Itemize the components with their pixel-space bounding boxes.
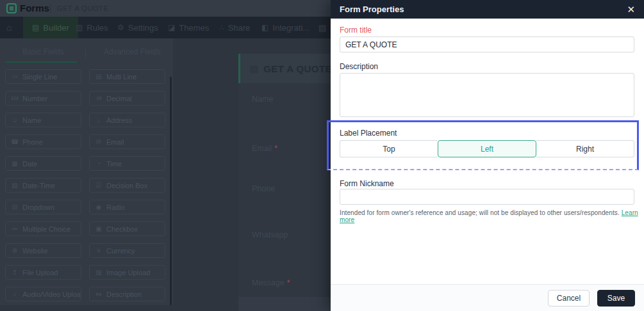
builder-icon: ▤ [32, 23, 39, 32]
home-icon[interactable]: ⌂ [6, 17, 12, 38]
field-label: Time [106, 160, 122, 168]
required-asterisk: * [287, 278, 290, 287]
nav-tab-label: Integrati... [272, 23, 310, 33]
modal-header: Form Properties ✕ [331, 0, 644, 19]
label-placement-segmented-control: Top Left Right [340, 140, 634, 157]
dropdown-icon: ⊟ [10, 203, 19, 211]
number-icon: 123 [10, 96, 19, 100]
cancel-button[interactable]: Cancel [548, 290, 590, 307]
email-icon: ✉ [94, 138, 103, 145]
themes-icon: ◪ [168, 23, 175, 32]
nav-tab-builder[interactable]: ▤ Builder [23, 17, 78, 38]
field-label: Audio/Video Upload [22, 291, 81, 298]
field-checkbox[interactable]: ▣Checkbox [89, 221, 165, 236]
modal-title: Form Properties [340, 4, 627, 14]
tab-advanced-fields[interactable]: Advanced Fields [104, 47, 161, 56]
nav-tab-label: Share [228, 23, 251, 33]
clock-icon: ◔ [94, 160, 103, 167]
globe-icon: ⊕ [10, 247, 19, 254]
nav-tab-label: Rules [87, 23, 108, 33]
field-label: Date [22, 160, 37, 168]
nav-tab-label: Themes [179, 23, 209, 33]
preview-field-whatsapp: Whatsapp [252, 230, 290, 239]
field-label: Date-Time [22, 182, 55, 189]
active-tab-underline [5, 61, 77, 63]
field-label: Address [106, 116, 132, 124]
field-radio[interactable]: ◉Radio [89, 200, 165, 214]
rules-icon: ▥ [76, 23, 83, 32]
field-currency[interactable]: ¤Currency [89, 243, 165, 258]
nav-tab-themes[interactable]: ◪ Themes [168, 17, 209, 38]
app-window: ≣ Forms GET A QUOTE ⌂ ▤ Builder ▥ Rules … [0, 0, 644, 311]
calendar-icon: ▦ [10, 160, 19, 167]
field-phone[interactable]: ☎Phone [5, 134, 81, 149]
field-label: Number [22, 95, 47, 102]
form-title-input[interactable] [340, 36, 634, 52]
tab-basic-fields[interactable]: Basic Fields [22, 47, 64, 56]
close-icon[interactable]: ✕ [627, 4, 635, 14]
multiple-choice-icon: ≔ [10, 225, 19, 232]
field-description[interactable]: AaDescription [89, 287, 165, 301]
field-dropdown[interactable]: ⊟Dropdown [5, 200, 81, 214]
required-asterisk: * [274, 144, 277, 153]
multi-line-icon: ▤ [94, 73, 103, 80]
nav-tab-settings[interactable]: ⚙ Settings [117, 17, 158, 38]
field-label: Website [22, 247, 48, 255]
placement-left-button[interactable]: Left [438, 140, 536, 157]
field-label: File Upload [22, 269, 58, 276]
nav-tab-integrations[interactable]: ◧ Integrati... [261, 17, 310, 38]
share-icon: ∴ [219, 23, 224, 32]
field-email[interactable]: ✉Email [89, 134, 165, 149]
file-upload-icon: ↥ [10, 269, 19, 276]
placement-top-button[interactable]: Top [340, 140, 438, 157]
description-textarea[interactable] [340, 73, 634, 117]
field-label: Multiple Choice [22, 225, 70, 233]
modal-footer: Cancel Save [331, 284, 644, 311]
nav-tab-share[interactable]: ∴ Share [219, 17, 250, 38]
field-label: Multi Line [106, 73, 136, 81]
save-button[interactable]: Save [597, 290, 635, 307]
audio-video-icon: ♪ [10, 291, 19, 298]
field-image-upload[interactable]: ▨Image Upload [89, 265, 165, 280]
nav-overflow-icon[interactable]: ▤ [318, 17, 326, 38]
field-file-upload[interactable]: ↥File Upload [5, 265, 81, 280]
label-placement-label: Label Placement [340, 129, 397, 138]
form-nickname-input[interactable] [340, 189, 634, 205]
form-document-icon: ▤ [250, 63, 258, 74]
field-number[interactable]: 123Number [5, 91, 81, 106]
placement-right-button[interactable]: Right [536, 140, 634, 157]
field-address[interactable]: ⌂Address [89, 113, 165, 127]
field-date-time[interactable]: ▧Date-Time [5, 178, 81, 193]
field-time[interactable]: ◔Time [89, 156, 165, 171]
field-audio-video-upload[interactable]: ♪Audio/Video Upload [5, 287, 81, 301]
field-label: Dropdown [22, 203, 54, 211]
field-name[interactable]: ☺Name [5, 113, 81, 127]
currency-icon: ¤ [94, 247, 103, 254]
field-single-line[interactable]: ▭Single Line [5, 69, 81, 84]
preview-field-name: Name [252, 95, 276, 104]
forms-logo-icon: ≣ [6, 3, 17, 13]
decision-box-icon: ☑ [94, 182, 103, 189]
field-website[interactable]: ⊕Website [5, 243, 81, 258]
field-decision-box[interactable]: ☑Decision Box [89, 178, 165, 193]
field-label: Email [106, 138, 124, 146]
radio-icon: ◉ [94, 203, 103, 211]
image-upload-icon: ▨ [94, 269, 103, 276]
nav-tab-rules[interactable]: ▥ Rules [76, 17, 108, 38]
form-title-label: Form title [340, 26, 372, 35]
calendar-clock-icon: ▧ [10, 182, 19, 189]
person-icon: ☺ [10, 116, 19, 124]
integrations-icon: ◧ [261, 23, 268, 32]
nav-tab-label: Builder [43, 23, 69, 33]
form-properties-modal: Form Properties ✕ Form title Description… [331, 0, 644, 311]
sidebar-scrollbar[interactable] [170, 77, 172, 305]
field-label: Name [22, 116, 41, 124]
field-label: Checkbox [106, 225, 138, 233]
field-multiple-choice[interactable]: ≔Multiple Choice [5, 221, 81, 236]
field-date[interactable]: ▦Date [5, 156, 81, 171]
field-label: Currency [106, 247, 135, 255]
field-multi-line[interactable]: ▤Multi Line [89, 69, 165, 84]
single-line-icon: ▭ [10, 73, 19, 80]
field-decimal[interactable]: .00Decimal [89, 91, 165, 106]
field-label: Radio [106, 203, 125, 211]
